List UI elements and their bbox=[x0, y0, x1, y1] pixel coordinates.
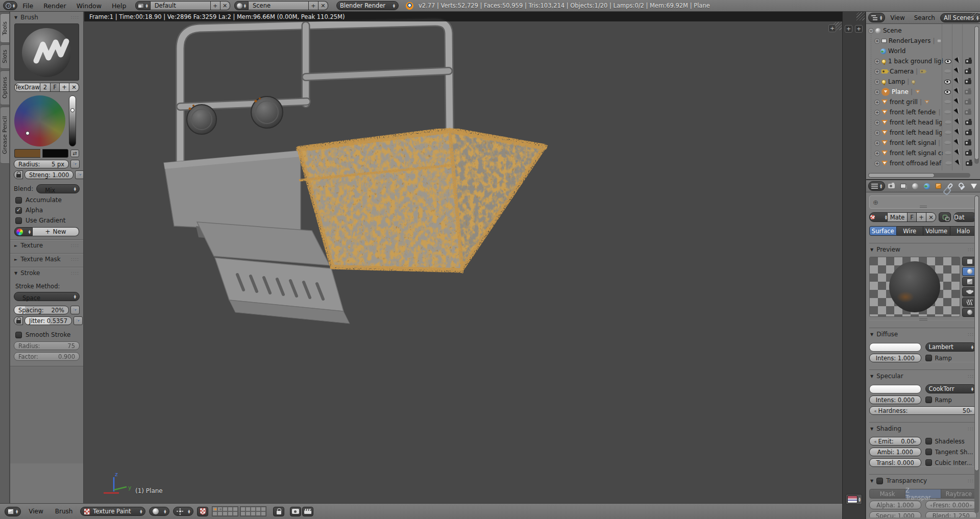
region-corner-hatch[interactable] bbox=[856, 12, 865, 20]
material-fake-user-button[interactable]: F bbox=[908, 212, 917, 222]
layer-20[interactable] bbox=[261, 511, 266, 516]
mode-dropdown[interactable]: Texture Paint bbox=[80, 507, 145, 516]
expand-icon[interactable]: + bbox=[874, 161, 880, 166]
swap-colors-button[interactable]: ⇄ bbox=[70, 150, 79, 157]
tab-render-layers[interactable] bbox=[898, 181, 909, 191]
expand-icon[interactable]: + bbox=[874, 79, 880, 85]
visibility-toggle[interactable] bbox=[942, 90, 952, 94]
add-layout-button[interactable]: + bbox=[211, 1, 220, 10]
diffuse-shader-dropdown[interactable]: Lambert bbox=[925, 342, 977, 352]
specular-color-swatch[interactable] bbox=[869, 385, 921, 393]
scene-name-field[interactable]: Scene bbox=[249, 1, 309, 10]
outliner-menu-search[interactable]: Search bbox=[910, 14, 939, 21]
fresnel-field[interactable]: ◂ Fresn: 0.000 ▸ bbox=[925, 501, 977, 509]
outliner-row-camera[interactable]: + Camera | bbox=[866, 66, 980, 77]
properties-vertical-scrollbar[interactable] bbox=[974, 195, 979, 513]
specular-panel-header[interactable]: ▼ Specular :::: bbox=[869, 370, 977, 382]
selectability-toggle[interactable] bbox=[952, 139, 963, 147]
visibility-toggle[interactable] bbox=[942, 100, 952, 104]
layer-4[interactable] bbox=[228, 507, 233, 511]
tab-grease-pencil[interactable]: Grease Pencil bbox=[1, 107, 10, 164]
editor-type-3dview-button[interactable] bbox=[5, 507, 21, 516]
use-gradient-checkbox[interactable] bbox=[15, 217, 22, 224]
raytrace-mode-button[interactable]: Raytrace bbox=[941, 489, 977, 499]
brush-name-field[interactable]: TexDraw bbox=[14, 83, 40, 92]
tab-world[interactable] bbox=[921, 181, 932, 191]
texture-mask-panel-header[interactable]: ► Texture Mask :::: bbox=[10, 254, 83, 265]
strength-lock-button[interactable] bbox=[14, 170, 23, 179]
render-toggle[interactable] bbox=[963, 131, 973, 135]
pivot-point-dropdown[interactable] bbox=[173, 507, 193, 516]
layer-10[interactable] bbox=[261, 507, 266, 511]
material-browse-button[interactable] bbox=[869, 212, 888, 222]
smooth-stroke-factor-slider[interactable]: Factor: 0.900 bbox=[14, 352, 80, 361]
tab-tools[interactable]: Tools bbox=[1, 13, 10, 43]
add-material-button[interactable]: + bbox=[917, 212, 926, 222]
tangent-shading-checkbox[interactable] bbox=[925, 449, 932, 455]
smooth-stroke-checkbox[interactable] bbox=[15, 332, 22, 338]
menu-file[interactable]: File bbox=[17, 2, 38, 10]
tab-slots[interactable]: Slots bbox=[1, 44, 10, 69]
radius-slider[interactable]: Radius: 5 px bbox=[14, 160, 69, 168]
layer-15[interactable] bbox=[233, 511, 238, 516]
panel-grip-icon[interactable]: :::: bbox=[71, 244, 79, 246]
expand-icon[interactable]: + bbox=[874, 100, 880, 105]
material-name-field[interactable]: Mate bbox=[888, 212, 908, 222]
renderlayer-data-icon[interactable] bbox=[937, 39, 942, 43]
render-toggle[interactable] bbox=[963, 100, 973, 105]
expand-icon[interactable]: + bbox=[874, 130, 880, 136]
shading-panel-header[interactable]: ▼ Shading :::: bbox=[869, 423, 977, 435]
radius-pressure-toggle[interactable]: ☞ bbox=[70, 160, 80, 168]
scrollbar-thumb[interactable] bbox=[974, 26, 979, 160]
use-gradient-option[interactable]: Use Gradient bbox=[15, 217, 78, 224]
tab-render[interactable] bbox=[886, 181, 897, 191]
mask-mode-button[interactable]: Mask bbox=[869, 489, 905, 499]
emit-field[interactable]: ◂ Emit: 0.00 ▸ bbox=[869, 437, 921, 446]
material-slot-list[interactable]: ⊕ bbox=[869, 195, 977, 209]
layer-13[interactable] bbox=[223, 511, 228, 516]
screen-layout-browse-button[interactable] bbox=[135, 1, 150, 10]
editor-type-outliner-button[interactable] bbox=[868, 13, 885, 22]
menu-render[interactable]: Render bbox=[38, 2, 71, 10]
render-toggle[interactable] bbox=[963, 80, 973, 84]
delete-brush-button[interactable]: ✕ bbox=[69, 83, 79, 92]
outliner-row-plane-selected[interactable]: + Plane | bbox=[866, 87, 980, 97]
unlink-material-button[interactable]: ✕ bbox=[926, 212, 936, 222]
selectability-toggle[interactable] bbox=[952, 78, 963, 86]
outliner-row-front-left-fender[interactable]: + front left fender | bbox=[866, 107, 980, 117]
outliner-menu-view[interactable]: View bbox=[886, 14, 909, 21]
strength-pressure-toggle[interactable]: ☞ bbox=[75, 170, 84, 179]
blend-dropdown[interactable]: Mix bbox=[36, 184, 80, 193]
specular-intensity-slider[interactable]: Intens: 0.000 bbox=[869, 396, 921, 404]
region-corner-hatch[interactable] bbox=[971, 12, 979, 20]
delete-scene-button[interactable]: ✕ bbox=[318, 1, 328, 10]
strength-slider[interactable]: Streng: 1.000 bbox=[24, 170, 74, 179]
render-toggle[interactable] bbox=[963, 90, 973, 94]
specular-ramp-checkbox[interactable] bbox=[925, 397, 932, 403]
alpha-slider[interactable]: Alpha: 1.000 bbox=[869, 501, 921, 509]
layer-18[interactable] bbox=[251, 511, 256, 516]
image-editor-type-button[interactable] bbox=[846, 494, 862, 505]
scrollbar-thumb[interactable] bbox=[868, 173, 935, 178]
opengl-render-button[interactable] bbox=[290, 507, 301, 516]
jitter-lock-button[interactable] bbox=[14, 316, 23, 325]
viewport-menu-brush[interactable]: Brush bbox=[51, 508, 77, 515]
ambient-slider[interactable]: Ambi: 1.000 bbox=[869, 448, 921, 456]
mesh-data-icon[interactable] bbox=[924, 100, 929, 105]
diffuse-ramp-checkbox[interactable] bbox=[925, 355, 932, 361]
panel-grip-icon[interactable]: :::: bbox=[71, 16, 79, 18]
viewport-shading-dropdown[interactable] bbox=[149, 507, 169, 516]
render-toggle[interactable] bbox=[963, 120, 973, 125]
specular-alpha-slider[interactable]: Specu: 1.000 bbox=[869, 511, 921, 517]
brush-panel-header[interactable]: ▼ Brush :::: bbox=[10, 12, 83, 23]
layer-17[interactable] bbox=[246, 511, 251, 516]
collapsed-region-button[interactable]: + bbox=[855, 25, 863, 33]
outliner-vertical-scrollbar[interactable] bbox=[974, 26, 979, 164]
expand-icon[interactable]: + bbox=[874, 140, 880, 146]
stroke-method-dropdown[interactable]: Space bbox=[14, 292, 80, 301]
spacing-pressure-toggle[interactable]: ☞ bbox=[70, 306, 80, 314]
outliner-row-renderlayers[interactable]: + RenderLayers | bbox=[866, 36, 980, 46]
shadeless-checkbox[interactable] bbox=[925, 438, 932, 444]
expand-icon[interactable]: + bbox=[874, 110, 880, 115]
panel-grip-icon[interactable]: :::: bbox=[71, 272, 79, 274]
